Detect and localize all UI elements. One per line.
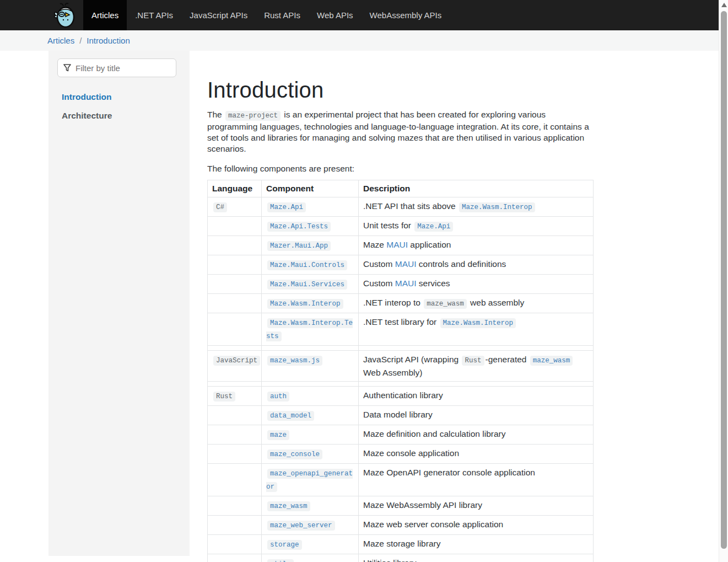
component-cell: Mazer.Maui.App (262, 236, 359, 255)
spacer-row (208, 382, 594, 387)
component-link-chip[interactable]: auth (267, 392, 289, 402)
language-chip: JavaScript (213, 356, 260, 366)
table-row: Maze.Maui.ServicesCustom MAUI services (208, 275, 594, 294)
text-run: Maze web server console application (363, 520, 503, 529)
table-row: Maze.Wasm.Interop.Tests.NET test library… (208, 313, 594, 346)
description-cell: Maze web server console application (359, 516, 594, 535)
nav-item-web-apis[interactable]: Web APIs (309, 0, 362, 30)
column-header-language: Language (208, 180, 262, 197)
component-link-chip[interactable]: Maze.Api (267, 202, 306, 212)
language-cell (208, 275, 262, 294)
nav-item-rust-apis[interactable]: Rust APIs (256, 0, 309, 30)
component-link-chip[interactable]: Mazer.Maui.App (267, 241, 331, 251)
language-cell: C# (208, 197, 262, 217)
scrollbar-thumb[interactable] (721, 11, 727, 549)
language-cell (208, 516, 262, 535)
breadcrumb: Articles/Introduction (0, 30, 728, 51)
breadcrumb-item-articles[interactable]: Articles (47, 36, 74, 45)
description-cell: Maze OpenAPI generator console applicati… (359, 464, 594, 496)
language-cell (208, 406, 262, 425)
site-logo[interactable] (52, 0, 78, 30)
description-cell: Data model library (359, 406, 594, 425)
intro-paragraph: The maze-project is an experimental proj… (207, 109, 593, 154)
text-run: Unit tests for (363, 221, 413, 230)
code-chip: Rust (462, 356, 484, 366)
component-link-chip[interactable]: maze_web_server (267, 521, 335, 531)
component-link-chip[interactable]: storage (267, 540, 302, 550)
code-link-chip[interactable]: maze_wasm (530, 356, 573, 366)
nav-item-articles[interactable]: Articles (83, 0, 127, 30)
description-cell: Maze console application (359, 445, 594, 464)
language-cell (208, 535, 262, 554)
filter-input[interactable] (76, 63, 169, 73)
component-link-chip[interactable]: Maze.Wasm.Interop (267, 299, 343, 309)
text-run: web assembly (468, 298, 525, 307)
language-cell (208, 313, 262, 346)
text-run: Maze definition and calculation library (363, 429, 505, 438)
nav-item-webassembly-apis[interactable]: WebAssembly APIs (362, 0, 450, 30)
component-link-chip[interactable]: utils (267, 559, 294, 562)
language-cell (208, 217, 262, 236)
language-cell: Rust (208, 387, 262, 406)
component-cell: maze_console (262, 445, 359, 464)
table-row: Maze.Api.TestsUnit tests for Maze.Api (208, 217, 594, 236)
text-link[interactable]: MAUI (395, 259, 417, 269)
text-run: The (207, 110, 224, 119)
funnel-icon (63, 64, 71, 72)
column-header-description: Description (359, 180, 594, 197)
sidebar-item-architecture[interactable]: Architecture (62, 111, 190, 121)
component-cell: data_model (262, 406, 359, 425)
component-link-chip[interactable]: data_model (267, 411, 314, 421)
component-cell: Maze.Wasm.Interop.Tests (262, 313, 359, 346)
language-cell (208, 294, 262, 313)
component-link-chip[interactable]: Maze.Api.Tests (267, 222, 331, 232)
breadcrumb-item-introduction[interactable]: Introduction (87, 36, 130, 45)
language-cell (208, 496, 262, 516)
component-cell: maze (262, 425, 359, 445)
spacer-cell (262, 346, 359, 351)
components-line: The following components are present: (207, 163, 594, 174)
text-link[interactable]: MAUI (395, 279, 417, 288)
table-row: Maze.Wasm.Interop.NET interop to maze_wa… (208, 294, 594, 313)
column-header-component: Component (262, 180, 359, 197)
text-link[interactable]: MAUI (386, 240, 408, 249)
nav-links: Articles.NET APIsJavaScript APIsRust API… (83, 0, 450, 30)
nav-item-net-apis[interactable]: .NET APIs (127, 0, 181, 30)
component-link-chip[interactable]: maze_wasm (267, 501, 310, 511)
component-link-chip[interactable]: maze_wasm.js (267, 356, 322, 366)
table-row: utilsUtilities library (208, 554, 594, 562)
description-cell: Authentication library (359, 387, 594, 406)
text-run: Maze (363, 240, 386, 249)
text-run: .NET API that sits above (363, 201, 458, 211)
table-row: maze_web_serverMaze web server console a… (208, 516, 594, 535)
component-link-chip[interactable]: maze_console (267, 449, 322, 459)
code-link-chip[interactable]: Maze.Wasm.Interop (440, 318, 516, 328)
component-link-chip[interactable]: maze_openapi_generator (266, 469, 353, 492)
text-run: Data model library (363, 410, 433, 419)
language-cell (208, 445, 262, 464)
top-navbar: Articles.NET APIsJavaScript APIsRust API… (0, 0, 728, 30)
description-cell: Custom MAUI services (359, 275, 594, 294)
table-row: maze_wasmMaze WebAssembly API library (208, 496, 594, 516)
sidebar-item-introduction[interactable]: Introduction (62, 92, 190, 102)
main-content: Introduction The maze-project is an expe… (207, 51, 594, 562)
spacer-cell (208, 382, 262, 387)
text-run: Maze OpenAPI generator console applicati… (363, 468, 535, 477)
table-row: maze_consoleMaze console application (208, 445, 594, 464)
component-link-chip[interactable]: Maze.Maui.Controls (267, 260, 347, 270)
text-run: .NET test library for (363, 317, 439, 327)
code-link-chip[interactable]: Maze.Wasm.Interop (459, 202, 535, 212)
vertical-scrollbar[interactable] (719, 0, 728, 562)
text-run: services (416, 279, 450, 288)
code-link-chip[interactable]: Maze.Api (414, 222, 453, 232)
description-cell: .NET interop to maze_wasm web assembly (359, 294, 594, 313)
component-link-chip[interactable]: Maze.Wasm.Interop.Tests (266, 318, 353, 341)
table-row: mazeMaze definition and calculation libr… (208, 425, 594, 445)
breadcrumb-separator: / (79, 36, 82, 45)
component-link-chip[interactable]: maze (267, 430, 289, 440)
components-table: LanguageComponentDescription C#Maze.Api.… (207, 180, 594, 562)
scroll-up-arrow-icon[interactable] (721, 3, 727, 7)
component-link-chip[interactable]: Maze.Maui.Services (267, 280, 347, 290)
nav-item-javascript-apis[interactable]: JavaScript APIs (181, 0, 256, 30)
component-cell: maze_wasm.js (262, 351, 359, 382)
